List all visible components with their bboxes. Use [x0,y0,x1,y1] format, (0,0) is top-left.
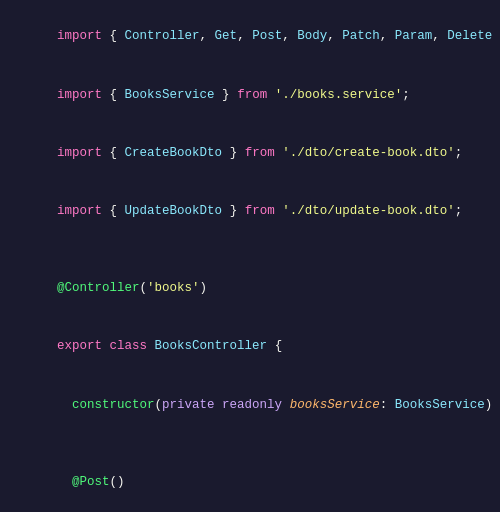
code-line-10: @Post() [0,454,500,512]
code-line-5 [0,241,500,260]
code-editor: import { Controller, Get, Post, Body, Pa… [0,0,500,512]
code-line-2: import { BooksService } from './books.se… [0,66,500,124]
code-line-7: export class BooksController { [0,318,500,376]
code-line-9 [0,434,500,453]
code-line-8: constructor(private readonly booksServic… [0,376,500,434]
code-line-1: import { Controller, Get, Post, Body, Pa… [0,8,500,66]
code-line-6: @Controller('books') [0,260,500,318]
code-line-3: import { CreateBookDto } from './dto/cre… [0,124,500,182]
code-line-4: import { UpdateBookDto } from './dto/upd… [0,182,500,240]
